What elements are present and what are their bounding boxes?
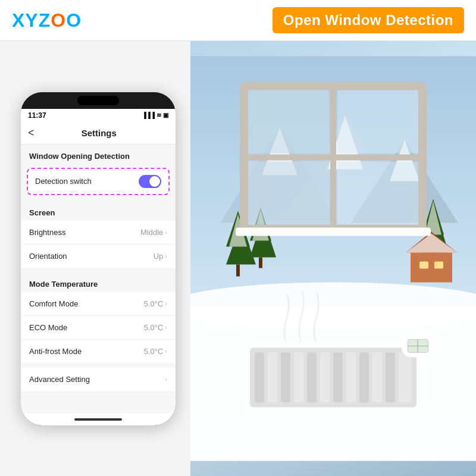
detection-switch-label: Detection switch bbox=[35, 177, 92, 186]
screen-group: Brightness Middle › Orientation Up › bbox=[21, 221, 176, 268]
svg-rect-42 bbox=[346, 353, 356, 403]
nav-title: Settings bbox=[40, 128, 158, 138]
orientation-chevron: › bbox=[165, 252, 167, 259]
eco-chevron: › bbox=[165, 324, 167, 331]
svg-rect-38 bbox=[294, 353, 303, 403]
status-time: 11:37 bbox=[28, 111, 46, 120]
eco-mode-value: 5.0°C › bbox=[144, 323, 167, 332]
brightness-chevron: › bbox=[165, 228, 167, 236]
svg-rect-45 bbox=[386, 353, 395, 403]
advanced-setting-item[interactable]: Advanced Setting › bbox=[21, 368, 176, 391]
svg-rect-41 bbox=[333, 353, 343, 403]
banner-text: Open Window Detection bbox=[273, 7, 464, 33]
home-indicator bbox=[74, 418, 122, 421]
back-button[interactable]: < bbox=[28, 127, 35, 139]
comfort-mode-value: 5.0°C › bbox=[144, 299, 167, 308]
svg-rect-16 bbox=[259, 258, 262, 268]
nav-bar: < Settings bbox=[21, 122, 176, 145]
winter-background bbox=[190, 41, 476, 476]
antifrost-chevron: › bbox=[165, 347, 167, 355]
wifi-icon: ≋ bbox=[156, 112, 161, 118]
battery-icon: ▣ bbox=[163, 112, 168, 118]
antifrost-mode-value: 5.0°C › bbox=[144, 347, 167, 356]
phone-mockup: 11:37 ▐▐▐ ≋ ▣ < Settings Window O bbox=[21, 92, 176, 425]
comfort-mode-item[interactable]: Comfort Mode 5.0°C › bbox=[21, 292, 176, 316]
svg-rect-46 bbox=[399, 353, 412, 403]
svg-rect-35 bbox=[255, 353, 264, 403]
right-section bbox=[190, 41, 476, 476]
mode-temp-group: Comfort Mode 5.0°C › ECO Mode 5.0°C › bbox=[21, 292, 176, 363]
comfort-chevron: › bbox=[165, 300, 167, 307]
svg-rect-43 bbox=[359, 353, 369, 403]
orientation-value: Up › bbox=[154, 252, 167, 261]
advanced-setting-label: Advanced Setting bbox=[29, 375, 90, 384]
svg-rect-25 bbox=[434, 262, 443, 269]
antifrost-mode-item[interactable]: Anti-frost Mode 5.0°C › bbox=[21, 340, 176, 363]
brand-logo: XYZOO bbox=[12, 10, 82, 32]
svg-rect-24 bbox=[419, 262, 428, 269]
signal-icon: ▐▐▐ bbox=[142, 112, 155, 118]
brightness-item[interactable]: Brightness Middle › bbox=[21, 221, 176, 245]
svg-rect-30 bbox=[337, 90, 418, 154]
svg-rect-44 bbox=[372, 353, 382, 403]
svg-rect-31 bbox=[248, 162, 329, 225]
svg-rect-29 bbox=[248, 90, 329, 154]
comfort-mode-label: Comfort Mode bbox=[29, 299, 78, 308]
header: XYZOO Open Window Detection bbox=[0, 0, 476, 41]
advanced-setting-value: › bbox=[165, 375, 167, 383]
svg-rect-40 bbox=[320, 353, 330, 403]
advanced-chevron: › bbox=[165, 375, 167, 383]
status-bar: 11:37 ▐▐▐ ≋ ▣ bbox=[21, 109, 176, 122]
mode-temp-header: Mode Temperature bbox=[21, 273, 176, 292]
screen-header: Screen bbox=[21, 201, 176, 221]
status-icons: ▐▐▐ ≋ ▣ bbox=[142, 112, 168, 118]
svg-rect-37 bbox=[281, 353, 290, 403]
svg-rect-39 bbox=[307, 353, 317, 403]
phone-notch-inner bbox=[77, 96, 119, 105]
advanced-group: Advanced Setting › bbox=[21, 368, 176, 391]
toggle-knob bbox=[149, 176, 160, 187]
svg-rect-12 bbox=[236, 265, 240, 277]
orientation-item[interactable]: Orientation Up › bbox=[21, 245, 176, 268]
winter-scene-svg bbox=[190, 41, 476, 476]
svg-rect-36 bbox=[268, 353, 277, 403]
eco-mode-item[interactable]: ECO Mode 5.0°C › bbox=[21, 316, 176, 340]
antifrost-mode-label: Anti-frost Mode bbox=[29, 347, 82, 356]
svg-rect-33 bbox=[236, 228, 431, 236]
eco-mode-label: ECO Mode bbox=[29, 323, 67, 332]
settings-content: Window Opening Detection Detection switc… bbox=[21, 145, 176, 414]
orientation-label: Orientation bbox=[29, 252, 67, 261]
detection-switch-item[interactable]: Detection switch bbox=[27, 168, 170, 195]
phone-wrapper: 11:37 ▐▐▐ ≋ ▣ < Settings Window O bbox=[0, 41, 190, 476]
brightness-value: Middle › bbox=[140, 228, 167, 237]
detection-toggle[interactable] bbox=[139, 175, 161, 188]
brightness-label: Brightness bbox=[29, 228, 65, 237]
svg-rect-21 bbox=[411, 253, 452, 283]
phone-notch bbox=[21, 92, 176, 109]
phone-screen: 11:37 ▐▐▐ ≋ ▣ < Settings Window O bbox=[21, 109, 176, 414]
svg-rect-32 bbox=[337, 162, 418, 225]
phone-bottom bbox=[21, 414, 176, 425]
window-detection-header: Window Opening Detection bbox=[21, 145, 176, 164]
main-content: 11:37 ▐▐▐ ≋ ▣ < Settings Window O bbox=[0, 41, 476, 476]
